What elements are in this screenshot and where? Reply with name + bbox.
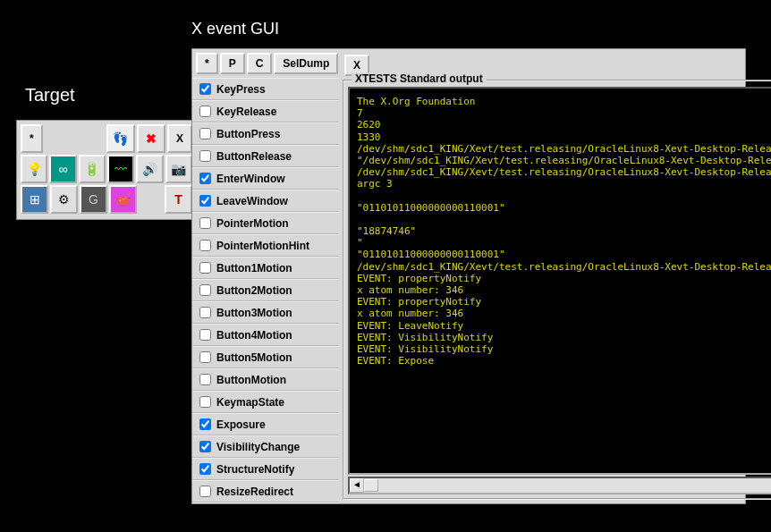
text-t-icon[interactable]: T (165, 185, 192, 214)
target-star-button[interactable]: * (21, 124, 43, 153)
bulb-icon[interactable]: 💡 (21, 155, 47, 183)
event-label: Button5Motion (216, 351, 292, 364)
event-checkbox[interactable] (199, 329, 211, 341)
sound-icon[interactable]: 🔊 (136, 155, 163, 183)
event-list: KeyPressKeyReleaseButtonPressButtonRelea… (192, 78, 339, 503)
battery-icon[interactable]: 🔋 (79, 155, 106, 183)
event-row: ResizeRedirect (192, 480, 339, 502)
event-row: VisibilityChange (192, 435, 339, 458)
event-label: StructureNotify (216, 463, 294, 476)
monitor-icon[interactable]: 〰 (107, 155, 134, 183)
output-legend: XTESTS Standard output (352, 72, 487, 85)
event-row: StructureNotify (192, 458, 339, 480)
event-label: PointerMotionHint (216, 240, 309, 252)
event-row: LeaveWindow (192, 190, 339, 212)
target-label: Target (25, 85, 75, 106)
event-checkbox[interactable] (199, 396, 211, 408)
event-label: ButtonMotion (216, 374, 286, 386)
event-checkbox[interactable] (199, 150, 211, 162)
event-checkbox[interactable] (199, 240, 211, 251)
event-checkbox[interactable] (199, 195, 211, 207)
event-row: Button5Motion (192, 346, 339, 368)
c-button[interactable]: C (247, 53, 273, 74)
scroll-left-icon[interactable]: ◄ (350, 478, 364, 493)
event-label: KeyPress (216, 83, 266, 96)
gear-icon[interactable]: ⚙ (50, 185, 78, 214)
event-label: Button4Motion (216, 329, 292, 342)
event-checkbox[interactable] (199, 284, 211, 296)
gimp-icon[interactable]: G (80, 185, 107, 214)
event-checkbox[interactable] (199, 351, 211, 363)
event-label: Button3Motion (216, 307, 292, 319)
event-checkbox[interactable] (199, 106, 211, 117)
left-column: * P C SelDump KeyPressKeyReleaseButtonPr… (192, 49, 339, 503)
arduino-icon[interactable]: ∞ (49, 155, 76, 183)
output-box: The X.Org Foundation 7 2620 1330 /dev/sh… (348, 87, 771, 475)
event-checkbox[interactable] (199, 418, 211, 430)
event-checkbox[interactable] (199, 463, 211, 475)
event-checkbox[interactable] (199, 128, 211, 139)
event-checkbox[interactable] (199, 217, 211, 229)
event-row: KeyRelease (192, 100, 339, 122)
main-panel: * P C SelDump KeyPressKeyReleaseButtonPr… (191, 48, 746, 504)
event-label: ButtonPress (216, 128, 280, 140)
event-label: KeyRelease (216, 106, 276, 118)
scroll-track[interactable] (364, 478, 771, 493)
event-label: PointerMotion (216, 217, 289, 230)
event-label: ResizeRedirect (216, 486, 293, 498)
event-checkbox[interactable] (199, 374, 211, 385)
target-panel: * 👣 ✖ X 💡 ∞ 🔋 〰 🔊 📷 ⊞ ⚙ G 🫖 T (16, 120, 197, 220)
scroll-thumb[interactable] (364, 479, 378, 492)
teapot-icon[interactable]: 🫖 (109, 185, 137, 214)
event-checkbox[interactable] (199, 441, 211, 452)
event-row: PointerMotion (192, 212, 339, 234)
event-row: Button2Motion (192, 279, 339, 301)
event-checkbox[interactable] (199, 173, 211, 184)
seldump-button[interactable]: SelDump (274, 53, 338, 74)
event-row: EnterWindow (192, 167, 339, 190)
event-row: PointerMotionHint (192, 234, 339, 257)
horizontal-scrollbar[interactable]: ◄ ► (348, 477, 771, 494)
event-label: KeymapState (216, 396, 284, 409)
event-checkbox[interactable] (199, 262, 211, 274)
event-row: ButtonRelease (192, 145, 339, 167)
event-row: Button3Motion (192, 301, 339, 324)
event-row: Button1Motion (192, 257, 339, 279)
event-label: ButtonRelease (216, 150, 292, 163)
event-label: Button2Motion (216, 284, 292, 297)
event-checkbox[interactable] (199, 83, 211, 95)
event-label: LeaveWindow (216, 195, 288, 207)
event-label: VisibilityChange (216, 441, 300, 453)
star-button[interactable]: * (196, 53, 218, 74)
red-x-icon[interactable]: ✖ (137, 124, 165, 153)
p-button[interactable]: P (220, 53, 245, 74)
event-row: KeymapState (192, 391, 339, 413)
event-row: KeyPress (192, 78, 339, 100)
main-toolbar: * P C SelDump (192, 49, 339, 78)
event-label: Exposure (216, 418, 266, 431)
event-label: Button1Motion (216, 262, 292, 274)
event-row: ButtonPress (192, 122, 339, 145)
camera-icon[interactable]: 📷 (165, 155, 192, 183)
target-x-button[interactable]: X (167, 124, 192, 153)
event-row: SubstructureNotify (192, 502, 339, 503)
gnome-foot-icon[interactable]: 👣 (106, 124, 135, 153)
app-title: X event GUI (191, 20, 279, 38)
right-column: X XTESTS Standard output The X.Org Found… (339, 49, 771, 503)
event-row: Button4Motion (192, 324, 339, 346)
event-row: Exposure (192, 413, 339, 435)
event-checkbox[interactable] (199, 486, 211, 497)
event-label: EnterWindow (216, 173, 285, 185)
event-checkbox[interactable] (199, 307, 211, 318)
windows-icon[interactable]: ⊞ (21, 185, 48, 214)
event-row: ButtonMotion (192, 368, 339, 391)
output-frame: XTESTS Standard output The X.Org Foundat… (343, 80, 771, 500)
